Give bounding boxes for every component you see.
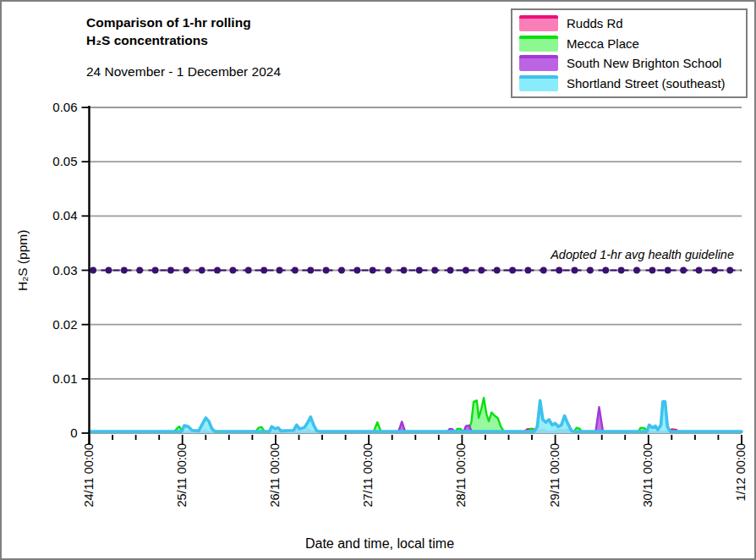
legend-swatch-rudds-rd — [519, 15, 558, 31]
legend-swatch-shortland-street — [519, 75, 558, 91]
legend-item-rudds-rd: Rudds Rd — [519, 15, 739, 31]
y-tick-label: 0.03 — [27, 262, 78, 279]
chart-title-line2: H₂S concentrations — [86, 31, 251, 49]
x-tick-label: 28/11 00:00 — [454, 443, 468, 523]
x-tick-label: 24/11 00:00 — [82, 443, 96, 523]
x-tick-label: 1/12 00:00 — [734, 443, 748, 523]
legend: Rudds Rd Mecca Place South New Brighton … — [511, 8, 748, 98]
guideline-annotation: Adopted 1-hr avg health guideline — [551, 248, 734, 261]
legend-item-shortland-street: Shortland Street (southeast) — [519, 75, 739, 91]
x-tick-label: 26/11 00:00 — [268, 443, 282, 523]
y-tick-label: 0.01 — [27, 371, 78, 387]
legend-label: Mecca Place — [567, 36, 639, 51]
y-tick-label: 0 — [27, 425, 78, 442]
x-tick-label: 30/11 00:00 — [641, 443, 655, 523]
legend-swatch-mecca-place — [519, 36, 558, 52]
legend-label: South New Brighton School — [567, 56, 721, 70]
legend-item-south-new-brighton-school: South New Brighton School — [519, 55, 739, 71]
y-tick-label: 0.02 — [27, 316, 78, 333]
y-tick-label: 0.04 — [27, 207, 78, 224]
x-tick-label: 29/11 00:00 — [548, 443, 562, 523]
legend-label: Rudds Rd — [567, 16, 623, 30]
legend-item-mecca-place: Mecca Place — [519, 36, 739, 52]
x-axis-title: Date and time, local time — [2, 536, 756, 552]
legend-swatch-south-new-brighton-school — [519, 55, 558, 71]
chart-title-line1: Comparison of 1-hr rolling — [86, 14, 251, 31]
legend-label: Shortland Street (southeast) — [567, 76, 726, 91]
chart-figure: Comparison of 1-hr rolling H₂S concentra… — [0, 0, 756, 560]
chart-subtitle: 24 November - 1 December 2024 — [86, 64, 281, 80]
x-tick-label: 25/11 00:00 — [175, 443, 189, 523]
x-tick-label: 27/11 00:00 — [361, 443, 375, 523]
y-tick-label: 0.05 — [27, 153, 78, 170]
chart-title: Comparison of 1-hr rolling H₂S concentra… — [86, 14, 251, 49]
y-tick-label: 0.06 — [27, 99, 78, 116]
